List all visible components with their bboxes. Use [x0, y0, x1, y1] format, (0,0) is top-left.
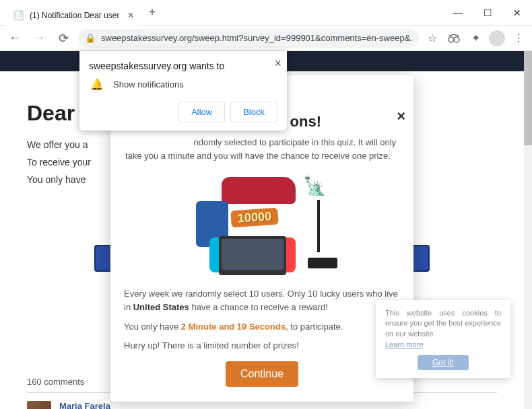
incognito-icon[interactable] — [446, 30, 462, 46]
lock-icon: 🔒 — [85, 33, 96, 43]
scooter-icon — [308, 200, 339, 268]
cookie-learn-link[interactable]: Learn more — [385, 340, 501, 348]
cookie-notice: This website uses cookies to ensure you … — [376, 300, 510, 378]
profile-avatar[interactable] — [489, 30, 505, 46]
modal-title-suffix: ons! — [290, 113, 321, 130]
window-titlebar: 📄 (1) Notification Dear user × + — ☐ ✕ — [0, 0, 532, 26]
favicon-icon: 📄 — [13, 10, 24, 21]
modal-time-c: , to participate. — [286, 322, 343, 332]
tab-title: (1) Notification Dear user — [30, 11, 119, 20]
maximize-button[interactable]: ☐ — [473, 0, 502, 26]
modal-intro-text: ndomly selected to participate in this q… — [125, 137, 396, 161]
prize-banner: 10000 — [230, 208, 279, 228]
permission-close-icon[interactable]: × — [274, 57, 281, 71]
commenter-avatar — [27, 401, 51, 409]
allow-button[interactable]: Allow — [178, 102, 225, 122]
commenter-name[interactable]: Maria Farela — [59, 401, 172, 409]
bell-icon: 🔔 — [90, 78, 104, 91]
minimize-button[interactable]: — — [443, 0, 473, 26]
notification-permission-prompt: × sweepstakessurvey.org wants to 🔔 Show … — [79, 51, 287, 131]
browser-tab[interactable]: 📄 (1) Notification Dear user × — [5, 4, 142, 27]
permission-buttons: Allow Block — [89, 102, 277, 122]
svg-point-0 — [448, 37, 454, 42]
tab-close-icon[interactable]: × — [127, 9, 133, 22]
close-button[interactable]: ✕ — [502, 0, 532, 26]
svg-point-1 — [454, 37, 459, 42]
browser-toolbar: ← → ⟳ 🔒 sweepstakessurvey.org/sweep.html… — [0, 26, 532, 51]
modal-intro: You have been randomly selected to parti… — [124, 136, 400, 162]
prize-image: 🗽 10000 — [195, 174, 329, 275]
extensions-icon[interactable]: ✦ — [467, 30, 484, 46]
continue-button[interactable]: Continue — [226, 361, 298, 387]
scrollbar-track[interactable] — [524, 51, 532, 409]
star-icon[interactable]: ☆ — [424, 30, 440, 46]
permission-item: Show notifications — [113, 79, 184, 89]
joycon-right-icon — [286, 237, 296, 272]
new-tab-button[interactable]: + — [149, 5, 156, 20]
joycon-left-icon — [209, 237, 219, 272]
permission-title: sweepstakessurvey.org wants to — [89, 61, 277, 71]
address-bar[interactable]: 🔒 sweepstakessurvey.org/sweep.html?surve… — [78, 29, 419, 48]
modal-time-a: You only have — [124, 322, 181, 332]
permission-row: 🔔 Show notifications — [89, 78, 277, 91]
modal-timer: 2 Minute and 19 Seconds — [181, 322, 286, 332]
modal-body-country: United States — [133, 302, 189, 312]
liberty-icon: 🗽 — [303, 174, 327, 196]
modal-close-icon[interactable]: × — [397, 108, 405, 125]
modal-body: Every week we randomly select 10 users. … — [124, 287, 400, 313]
block-button[interactable]: Block — [230, 102, 277, 122]
modal-body-c: have a chance to receive a reward! — [189, 302, 328, 312]
url-text: sweepstakessurvey.org/sweep.html?survey_… — [101, 33, 412, 43]
modal-hurry: Hurry up! There is a limited number of p… — [124, 339, 400, 352]
modal-timer-line: You only have 2 Minute and 19 Seconds, t… — [124, 320, 400, 334]
comment-item: Maria Farela Is it possible to play agai… — [27, 401, 497, 409]
cookie-text: This website uses cookies to ensure you … — [385, 308, 501, 339]
scrollbar-thumb[interactable] — [524, 51, 532, 145]
reload-button[interactable]: ⟳ — [54, 29, 73, 48]
car-icon — [222, 177, 296, 204]
comment-body: Maria Farela Is it possible to play agai… — [59, 401, 172, 409]
forward-button[interactable]: → — [30, 29, 48, 48]
back-button[interactable]: ← — [5, 29, 24, 48]
window-controls: — ☐ ✕ — [443, 0, 532, 26]
menu-icon[interactable]: ⋮ — [510, 30, 527, 46]
laptop-icon — [219, 236, 286, 275]
cookie-accept-button[interactable]: Got it! — [418, 355, 469, 370]
